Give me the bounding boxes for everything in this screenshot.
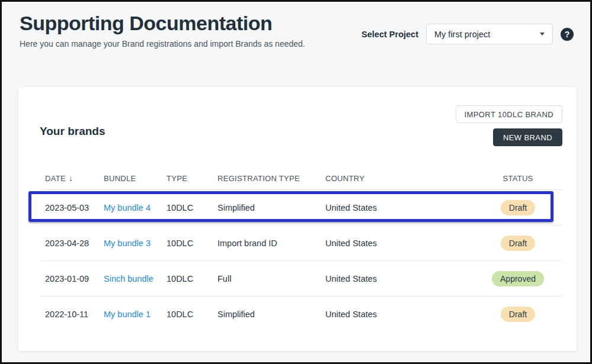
table-row[interactable]: 2023-01-09 Sinch bundle 10DLC Full Unite… xyxy=(40,261,562,297)
bundle-link[interactable]: Sinch bundle xyxy=(104,274,153,284)
cell-date: 2023-01-09 xyxy=(45,274,104,284)
cell-type: 10DLC xyxy=(167,310,217,319)
cell-type: 10DLC xyxy=(167,274,217,284)
bundle-link[interactable]: My bundle 4 xyxy=(104,203,151,212)
bundle-link[interactable]: My bundle 1 xyxy=(104,310,151,319)
cell-registration-type: Simplified xyxy=(217,310,325,319)
status-badge: Draft xyxy=(501,200,535,215)
cell-country: United States xyxy=(325,274,473,284)
column-header-date[interactable]: DATE ↓ xyxy=(45,173,104,183)
cell-country: United States xyxy=(325,239,473,248)
project-selector-area: Select Project My first project ? xyxy=(361,24,574,44)
project-select-value: My first project xyxy=(434,30,490,39)
cell-date: 2023-04-28 xyxy=(45,239,104,248)
brands-table: DATE ↓ BUNDLE TYPE REGISTRATION TYPE COU… xyxy=(40,167,562,332)
table-row[interactable]: 2022-10-11 My bundle 1 10DLC Simplified … xyxy=(40,297,562,332)
status-badge: Approved xyxy=(492,271,544,286)
cell-country: United States xyxy=(325,310,473,319)
table-header-row: DATE ↓ BUNDLE TYPE REGISTRATION TYPE COU… xyxy=(40,167,562,190)
panel-header: Your brands IMPORT 10DLC BRAND NEW BRAND xyxy=(40,87,562,146)
column-header-type: TYPE xyxy=(167,174,217,183)
cell-country: United States xyxy=(325,203,473,212)
cell-type: 10DLC xyxy=(167,239,217,248)
panel-actions: IMPORT 10DLC BRAND NEW BRAND xyxy=(456,105,562,146)
page-header: Supporting Documentation Here you can ma… xyxy=(2,2,590,49)
cell-registration-type: Import brand ID xyxy=(217,239,325,248)
project-selector-label: Select Project xyxy=(361,30,418,39)
new-brand-button[interactable]: NEW BRAND xyxy=(493,128,562,146)
column-header-status: STATUS xyxy=(473,174,562,183)
project-select-dropdown[interactable]: My first project xyxy=(426,24,553,44)
column-header-bundle: BUNDLE xyxy=(104,174,167,183)
help-icon[interactable]: ? xyxy=(561,28,574,41)
table-row[interactable]: 2023-04-28 My bundle 3 10DLC Import bran… xyxy=(40,226,562,261)
column-header-registration-type: REGISTRATION TYPE xyxy=(217,174,325,183)
status-badge: Draft xyxy=(501,307,535,322)
chevron-down-icon xyxy=(540,33,545,36)
sort-descending-icon: ↓ xyxy=(69,173,73,183)
cell-date: 2022-10-11 xyxy=(45,310,104,319)
panel-heading: Your brands xyxy=(40,125,105,138)
cell-registration-type: Full xyxy=(217,274,325,284)
bundle-link[interactable]: My bundle 3 xyxy=(104,239,151,248)
import-10dlc-brand-button[interactable]: IMPORT 10DLC BRAND xyxy=(456,105,562,123)
cell-type: 10DLC xyxy=(167,203,217,212)
brands-panel: Your brands IMPORT 10DLC BRAND NEW BRAND… xyxy=(18,87,577,351)
column-header-country: COUNTRY xyxy=(325,174,473,183)
table-row[interactable]: 2023-05-03 My bundle 4 10DLC Simplified … xyxy=(40,190,562,226)
title-block: Supporting Documentation Here you can ma… xyxy=(20,12,305,49)
page-title: Supporting Documentation xyxy=(20,12,305,35)
page-subtitle: Here you can manage your Brand registrat… xyxy=(20,39,305,49)
cell-registration-type: Simplified xyxy=(217,203,325,212)
cell-date: 2023-05-03 xyxy=(45,203,104,212)
status-badge: Draft xyxy=(501,236,535,251)
